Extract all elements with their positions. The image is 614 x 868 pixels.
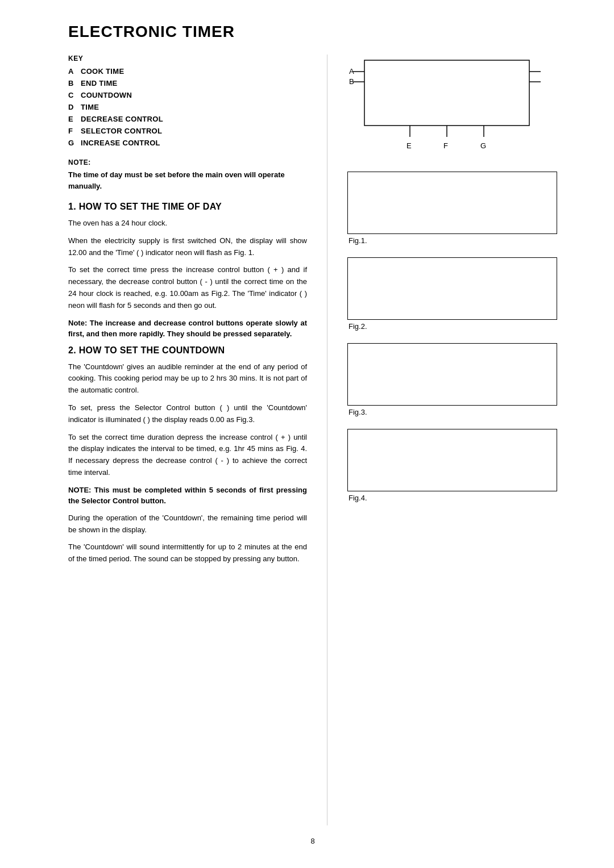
vertical-divider (327, 55, 327, 825)
key-item-g: G INCREASE CONTROL (68, 139, 307, 147)
top-diagram: A B C D E F G (347, 55, 557, 156)
section-1-para2: When the electricity supply is first swi… (68, 235, 307, 259)
key-letter-f: F (68, 127, 81, 135)
key-letter-b: B (68, 79, 81, 87)
key-item-c: C COUNTDOWN (68, 91, 307, 99)
section-2-para3: To set the correct time duration depress… (68, 432, 307, 479)
section-1: 1. HOW TO SET THE TIME OF DAY The oven h… (68, 202, 307, 340)
svg-text:F: F (443, 141, 448, 150)
section-1-para1: The oven has a 24 hour clock. (68, 218, 307, 229)
key-letter-d: D (68, 103, 81, 111)
section-2-title: 2. HOW TO SET THE COUNTDOWN (68, 345, 307, 356)
key-item-b: B END TIME (68, 79, 307, 87)
key-text-e: DECREASE CONTROL (81, 115, 163, 123)
key-item-e: E DECREASE CONTROL (68, 115, 307, 123)
key-section: KEY A COOK TIME B END TIME C COUNTDOWN D… (68, 55, 307, 147)
key-letter-e: E (68, 115, 81, 123)
section-2-bold-note: NOTE: This must be completed within 5 se… (68, 485, 307, 507)
key-text-c: COUNTDOWN (81, 91, 132, 99)
fig4-wrapper: Fig.4. (347, 429, 557, 502)
section-1-title: 1. HOW TO SET THE TIME OF DAY (68, 202, 307, 212)
svg-text:B: B (349, 77, 354, 86)
section-2-para5: The 'Countdown' will sound intermittentl… (68, 541, 307, 565)
key-item-d: D TIME (68, 103, 307, 111)
fig2-label: Fig.2. (347, 322, 557, 331)
fig3-wrapper: Fig.3. (347, 343, 557, 416)
left-column: KEY A COOK TIME B END TIME C COUNTDOWN D… (68, 55, 307, 825)
section-1-bold-note: Note: The increase and decrease control … (68, 318, 307, 340)
fig4-label: Fig.4. (347, 494, 557, 502)
section-2: 2. HOW TO SET THE COUNTDOWN The 'Countdo… (68, 345, 307, 565)
key-text-d: TIME (81, 103, 99, 111)
key-item-a: A COOK TIME (68, 67, 307, 76)
key-letter-c: C (68, 91, 81, 99)
svg-text:G: G (480, 141, 486, 150)
note-section: NOTE: The time of day must be set before… (68, 158, 307, 191)
section-2-para1: The 'Countdown' gives an audible reminde… (68, 361, 307, 397)
key-letter-g: G (68, 139, 81, 147)
svg-text:A: A (349, 67, 354, 76)
page-title: ELECTRONIC TIMER (68, 23, 557, 41)
page-number: 8 (68, 837, 557, 845)
fig3-box (347, 343, 557, 406)
note-text: The time of day must be set before the m… (68, 169, 307, 191)
key-label: KEY (68, 55, 307, 62)
svg-text:E: E (406, 141, 412, 150)
section-2-para4: During the operation of the 'Countdown',… (68, 512, 307, 536)
svg-rect-0 (364, 60, 529, 126)
fig1-label: Fig.1. (347, 236, 557, 245)
key-text-b: END TIME (81, 79, 118, 87)
key-text-g: INCREASE CONTROL (81, 139, 160, 147)
key-item-f: F SELECTOR CONTROL (68, 127, 307, 135)
right-column: A B C D E F G Fig.1. Fig.2. (347, 55, 557, 825)
fig1-box (347, 172, 557, 234)
fig4-box (347, 429, 557, 491)
section-1-para3: To set the correct time press the increa… (68, 264, 307, 311)
section-2-para2: To set, press the Selector Control butto… (68, 402, 307, 426)
fig2-box (347, 257, 557, 320)
key-text-a: COOK TIME (81, 67, 124, 76)
fig1-wrapper: Fig.1. (347, 172, 557, 245)
main-layout: KEY A COOK TIME B END TIME C COUNTDOWN D… (68, 55, 557, 825)
key-text-f: SELECTOR CONTROL (81, 127, 162, 135)
note-label: NOTE: (68, 158, 307, 166)
key-letter-a: A (68, 67, 81, 76)
fig2-wrapper: Fig.2. (347, 257, 557, 331)
page: ELECTRONIC TIMER KEY A COOK TIME B END T… (45, 0, 569, 868)
fig3-label: Fig.3. (347, 408, 557, 416)
diagram-svg: A B C D E F G (347, 55, 541, 154)
